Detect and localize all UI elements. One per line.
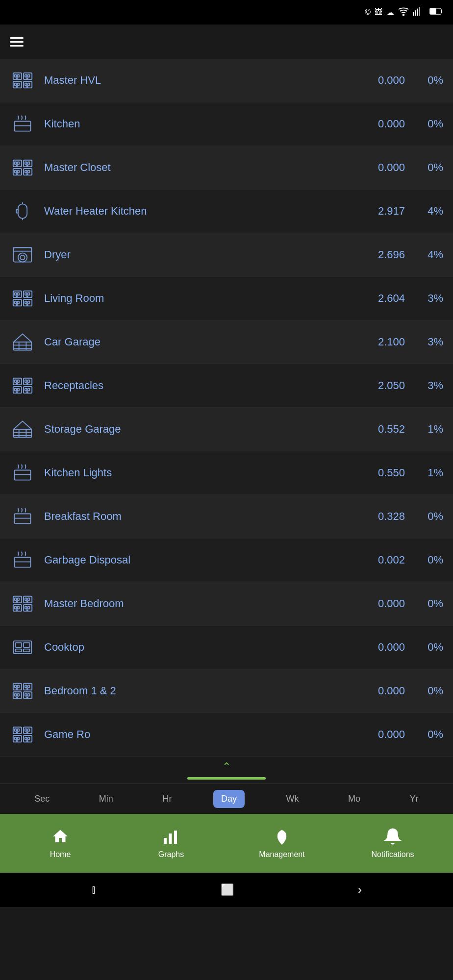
device-name: Breakfast Room <box>44 510 352 523</box>
device-row[interactable]: Bedroom 1 & 2 0.000 0% <box>0 669 453 713</box>
svg-rect-17 <box>17 83 19 86</box>
device-value: 0.552 <box>361 423 405 436</box>
device-row[interactable]: Garbage Disposal 0.002 0% <box>0 539 453 582</box>
registered-icon: © <box>365 8 371 17</box>
device-icon-stove <box>10 460 35 486</box>
svg-rect-84 <box>28 389 30 391</box>
android-back-button[interactable]: ‹ <box>358 883 362 897</box>
nav-item-leaf[interactable]: Management <box>257 828 306 859</box>
svg-point-129 <box>16 697 17 698</box>
bottom-navigation: Home Graphs Management Notifications <box>0 814 453 873</box>
svg-rect-38 <box>25 171 27 173</box>
nav-item-bell[interactable]: Notifications <box>368 828 417 859</box>
nav-item-home[interactable]: Home <box>36 828 85 859</box>
svg-rect-51 <box>17 293 19 295</box>
svg-rect-99 <box>17 598 19 601</box>
svg-rect-6 <box>430 9 436 14</box>
device-row[interactable]: Dryer 2.696 4% <box>0 233 453 277</box>
device-percent: 0% <box>414 641 443 654</box>
device-icon-stove <box>10 504 35 529</box>
device-row[interactable]: Water Heater Kitchen 2.917 4% <box>0 190 453 233</box>
svg-rect-116 <box>15 649 22 652</box>
svg-point-60 <box>16 304 17 305</box>
svg-point-52 <box>16 296 17 297</box>
day-selector-overlay: ⌃ SecMinHrDayWkMoYr <box>0 757 453 814</box>
device-row[interactable]: Living Room 2.604 3% <box>0 277 453 320</box>
device-value: 0.000 <box>361 685 405 697</box>
svg-rect-44 <box>16 209 18 213</box>
status-bar: © 🖼 ☁ <box>0 0 453 24</box>
android-home-button[interactable]: ⬜ <box>221 883 234 896</box>
time-tab-mo[interactable]: Mo <box>340 790 368 808</box>
device-percent: 3% <box>414 379 443 392</box>
svg-rect-31 <box>28 162 30 165</box>
device-name: Game Ro <box>44 728 352 741</box>
app-header <box>0 24 453 59</box>
device-row[interactable]: Kitchen Lights 0.550 1% <box>0 451 453 495</box>
device-name: Water Heater Kitchen <box>44 205 352 218</box>
svg-point-77 <box>26 383 27 384</box>
device-row[interactable]: Storage Garage 0.552 1% <box>0 408 453 451</box>
device-row[interactable]: Game Ro 0.000 0% <box>0 713 453 757</box>
device-value: 2.917 <box>361 205 405 218</box>
device-name: Storage Garage <box>44 423 352 436</box>
android-menu-button[interactable]: ⫿ <box>91 883 97 896</box>
svg-point-81 <box>16 392 17 392</box>
device-icon-waterheater <box>10 198 35 224</box>
svg-rect-76 <box>28 380 30 383</box>
device-value: 0.000 <box>361 728 405 741</box>
svg-rect-128 <box>17 694 19 696</box>
time-tab-min[interactable]: Min <box>91 790 121 808</box>
device-row[interactable]: Master Closet 0.000 0% <box>0 146 453 190</box>
device-icon-garage <box>10 329 35 355</box>
menu-button[interactable] <box>10 37 24 47</box>
svg-rect-102 <box>25 598 27 601</box>
time-tab-wk[interactable]: Wk <box>278 790 307 808</box>
time-tab-yr[interactable]: Yr <box>402 790 427 808</box>
svg-point-32 <box>26 165 27 166</box>
time-tab-day[interactable]: Day <box>213 790 245 808</box>
device-row[interactable]: Car Garage 2.100 3% <box>0 320 453 364</box>
device-value: 2.050 <box>361 379 405 392</box>
nav-item-graphs[interactable]: Graphs <box>147 828 196 859</box>
time-tab-sec[interactable]: Sec <box>26 790 57 808</box>
svg-point-40 <box>26 173 27 174</box>
device-row[interactable]: Kitchen 0.000 0% <box>0 102 453 146</box>
device-name: Kitchen Lights <box>44 466 352 479</box>
svg-rect-83 <box>25 389 27 391</box>
device-row[interactable]: Master Bedroom 0.000 0% <box>0 582 453 626</box>
device-percent: 0% <box>414 554 443 566</box>
bell-icon <box>384 828 402 847</box>
device-percent: 0% <box>414 118 443 130</box>
home-icon <box>51 828 69 847</box>
svg-rect-91 <box>15 470 31 480</box>
svg-rect-150 <box>164 838 167 844</box>
device-icon-stove <box>10 111 35 137</box>
device-row[interactable]: Master HVL 0.000 0% <box>0 59 453 102</box>
svg-point-137 <box>16 732 17 733</box>
svg-rect-4 <box>419 7 420 16</box>
device-icon-stove <box>10 547 35 573</box>
svg-rect-106 <box>15 607 17 609</box>
device-name: Master HVL <box>44 74 352 87</box>
time-tabs: SecMinHrDayWkMoYr <box>0 784 453 814</box>
svg-point-133 <box>26 697 27 698</box>
svg-point-104 <box>26 601 27 602</box>
device-row[interactable]: Breakfast Room 0.328 0% <box>0 495 453 539</box>
device-value: 0.328 <box>361 510 405 523</box>
arrow-up-icon[interactable]: ⌃ <box>222 760 231 773</box>
svg-rect-131 <box>25 694 27 696</box>
svg-rect-13 <box>28 75 30 77</box>
device-percent: 0% <box>414 161 443 174</box>
device-icon-dryer <box>10 242 35 268</box>
device-icon-outlet <box>10 68 35 93</box>
device-row[interactable]: Cooktop 0.000 0% <box>0 626 453 669</box>
svg-point-64 <box>26 304 27 305</box>
device-name: Master Bedroom <box>44 597 352 610</box>
device-percent: 4% <box>414 248 443 261</box>
device-value: 0.000 <box>361 597 405 610</box>
device-row[interactable]: Receptacles 2.050 3% <box>0 364 453 408</box>
battery-icon <box>429 7 443 17</box>
time-tab-hr[interactable]: Hr <box>154 790 179 808</box>
device-name: Kitchen <box>44 118 352 130</box>
